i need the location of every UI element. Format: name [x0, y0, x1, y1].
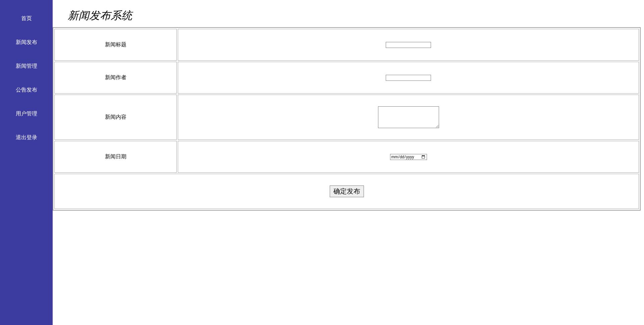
cell-news-title-input — [178, 29, 639, 61]
cell-news-date-input — [178, 141, 639, 173]
sidebar-item-home[interactable]: 首页 — [0, 7, 53, 31]
sidebar-item-user-manage[interactable]: 用户管理 — [0, 102, 53, 126]
news-author-input[interactable] — [386, 75, 431, 81]
main-content: 新闻发布系统 新闻标题 新闻作者 新闻内容 — [53, 0, 644, 325]
label-news-content: 新闻内容 — [54, 95, 177, 140]
row-news-title: 新闻标题 — [54, 29, 639, 61]
row-submit: 确定发布 — [54, 174, 639, 209]
row-news-content: 新闻内容 — [54, 95, 639, 140]
row-news-date: 新闻日期 — [54, 141, 639, 173]
submit-button[interactable]: 确定发布 — [330, 185, 364, 197]
cell-news-content-input — [178, 95, 639, 140]
sidebar-item-logout[interactable]: 退出登录 — [0, 126, 53, 150]
sidebar: 首页 新闻发布 新闻管理 公告发布 用户管理 退出登录 — [0, 0, 53, 325]
cell-news-author-input — [178, 62, 639, 94]
news-title-input[interactable] — [386, 42, 431, 48]
news-form-table: 新闻标题 新闻作者 新闻内容 新闻日期 — [53, 27, 641, 211]
row-news-author: 新闻作者 — [54, 62, 639, 94]
sidebar-item-notice-publish[interactable]: 公告发布 — [0, 78, 53, 102]
page-title: 新闻发布系统 — [68, 9, 132, 21]
cell-submit: 确定发布 — [54, 174, 639, 209]
label-news-title: 新闻标题 — [54, 29, 177, 61]
sidebar-item-news-manage[interactable]: 新闻管理 — [0, 54, 53, 78]
page-header: 新闻发布系统 — [53, 3, 641, 27]
sidebar-item-news-publish[interactable]: 新闻发布 — [0, 31, 53, 54]
news-date-input[interactable] — [390, 154, 427, 160]
label-news-author: 新闻作者 — [54, 62, 177, 94]
label-news-date: 新闻日期 — [54, 141, 177, 173]
news-content-textarea[interactable] — [378, 106, 439, 128]
